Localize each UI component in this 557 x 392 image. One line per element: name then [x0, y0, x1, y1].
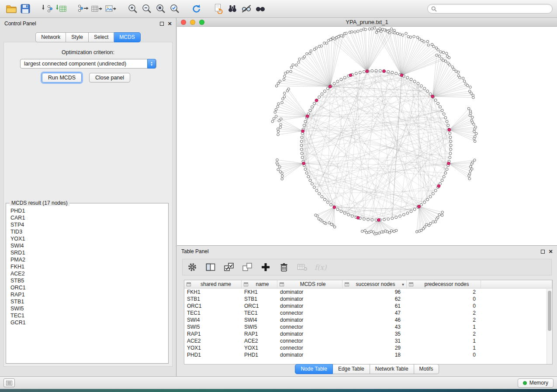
tab-select[interactable]: Select: [89, 32, 114, 42]
column-header-name[interactable]: name: [242, 280, 277, 288]
open-session-button[interactable]: [4, 2, 18, 16]
tab-network[interactable]: Network: [35, 32, 66, 42]
column-header-predecessor-nodes[interactable]: predecessor nodes: [407, 280, 481, 288]
mcds-result-item[interactable]: ORC1: [7, 284, 168, 291]
zoom-out-button[interactable]: [140, 2, 154, 16]
column-header-shared-name[interactable]: shared name: [184, 280, 242, 288]
network-window-titlebar[interactable]: YPA_prune.txt_1: [177, 18, 557, 27]
refresh-view-button[interactable]: [190, 2, 204, 16]
close-panel-icon[interactable]: ×: [168, 21, 172, 26]
node-table: shared name name: [184, 280, 553, 364]
table-cell: ORC1: [184, 303, 242, 309]
table-scrollbar[interactable]: [547, 289, 552, 364]
import-table-button[interactable]: [54, 2, 68, 16]
table-settings-button[interactable]: [186, 261, 198, 273]
network-canvas[interactable]: [177, 27, 557, 245]
table-row[interactable]: ORC1ORC1dominator610: [184, 303, 552, 309]
memory-indicator[interactable]: Memory: [518, 378, 554, 388]
table-scrollbar-thumb[interactable]: [548, 291, 551, 331]
list-icon: [6, 381, 12, 385]
table-row[interactable]: SWI5SWI5connector431: [184, 323, 552, 330]
run-mcds-button[interactable]: Run MCDS: [42, 73, 82, 83]
zoom-selected-button[interactable]: [168, 2, 182, 16]
mcds-result-item[interactable]: STP4: [7, 221, 168, 228]
mcds-result-item[interactable]: PHD1: [7, 207, 168, 214]
float-panel-icon[interactable]: [160, 22, 164, 26]
export-network-icon: [77, 4, 89, 14]
sort-chevron-icon[interactable]: ▾: [402, 282, 404, 287]
tab-node-table[interactable]: Node Table: [295, 364, 333, 374]
tab-mcds[interactable]: MCDS: [114, 32, 140, 42]
show-all-button[interactable]: [253, 2, 267, 16]
search-input[interactable]: [439, 6, 549, 12]
mcds-result-item[interactable]: YOX1: [7, 235, 168, 242]
select-stepper-icon: ▲▼: [147, 59, 156, 69]
table-row[interactable]: YOX1YOX1connector291: [184, 344, 552, 351]
columns-icon: [206, 263, 215, 272]
zoom-fit-button[interactable]: [154, 2, 168, 16]
column-type-icon: [280, 282, 284, 286]
checked-boxes-icon: [224, 262, 234, 272]
mcds-result-item[interactable]: SRD1: [7, 249, 168, 256]
import-table-icon: [55, 4, 67, 14]
mcds-result-item[interactable]: TEC1: [7, 312, 168, 319]
save-session-button[interactable]: [18, 2, 32, 16]
table-cell: STB1: [242, 296, 277, 302]
deselect-all-button[interactable]: [241, 261, 253, 273]
tab-motifs[interactable]: Motifs: [414, 364, 439, 374]
show-columns-button[interactable]: [204, 261, 217, 273]
export-image-button[interactable]: [104, 2, 118, 16]
table-row[interactable]: RAP1RAP1dominator352: [184, 330, 552, 337]
task-history-button[interactable]: [3, 378, 15, 387]
mcds-result-item[interactable]: GCR1: [7, 319, 168, 326]
mcds-result-list[interactable]: PHD1CAR1STP4TID3YOX1SWI4SRD1PMA2FKH1ACE2…: [7, 204, 168, 363]
table-cell: 35: [343, 331, 407, 337]
table-cell: 47: [343, 310, 407, 316]
search-box[interactable]: [427, 4, 553, 14]
mcds-result-item[interactable]: TID3: [7, 228, 168, 235]
table-cell: PHD1: [242, 352, 277, 358]
export-table-button[interactable]: [90, 2, 104, 16]
function-builder-button[interactable]: f(x): [315, 261, 326, 273]
table-row[interactable]: STB1STB1dominator620: [184, 296, 552, 303]
export-network-button[interactable]: [76, 2, 90, 16]
table-row[interactable]: FKH1FKH1dominator962: [184, 289, 552, 296]
mcds-result-item[interactable]: STB1: [7, 298, 168, 305]
table-row[interactable]: PHD1PHD1dominator180: [184, 351, 552, 358]
tab-network-table[interactable]: Network Table: [370, 364, 414, 374]
mcds-result-item[interactable]: PMA2: [7, 256, 168, 263]
criterion-select[interactable]: largest connected component (undirected)…: [20, 59, 156, 69]
column-header-mcds-role[interactable]: MCDS role: [277, 280, 343, 288]
table-cell: dominator: [277, 296, 343, 302]
delete-column-button[interactable]: [278, 261, 290, 273]
clear-table-button[interactable]: [296, 261, 308, 273]
mcds-result-item[interactable]: RAP1: [7, 291, 168, 298]
table-cell: dominator: [277, 289, 343, 295]
table-row[interactable]: ACE2ACE2connector311: [184, 337, 552, 344]
first-neighbors-button[interactable]: [225, 2, 239, 16]
control-panel-tabs: Network Style Select MCDS: [0, 32, 176, 42]
table-row[interactable]: SWI4SWI4dominator462: [184, 316, 552, 323]
column-header-successor-nodes[interactable]: successor nodes ▾: [343, 280, 407, 288]
zoom-in-button[interactable]: [126, 2, 140, 16]
float-table-panel-icon[interactable]: [541, 250, 545, 254]
mcds-result-item[interactable]: STB5: [7, 277, 168, 284]
close-table-panel-icon[interactable]: ×: [549, 249, 553, 254]
import-network-button[interactable]: [40, 2, 54, 16]
mcds-result-item[interactable]: SWI4: [7, 242, 168, 249]
table-cell: 43: [343, 324, 407, 330]
mcds-result-item[interactable]: ACE2: [7, 270, 168, 277]
add-column-button[interactable]: [259, 261, 272, 273]
mcds-result-item[interactable]: FKH1: [7, 263, 168, 270]
table-row[interactable]: TEC1TEC1connector472: [184, 309, 552, 316]
hide-selected-button[interactable]: [239, 2, 253, 16]
mcds-result-item[interactable]: SWI5: [7, 305, 168, 312]
table-cell: connector: [277, 345, 343, 351]
table-cell: 2: [407, 289, 481, 295]
document-share-button[interactable]: [211, 2, 225, 16]
tab-edge-table[interactable]: Edge Table: [333, 364, 370, 374]
mcds-result-item[interactable]: CAR1: [7, 214, 168, 221]
tab-style[interactable]: Style: [66, 32, 89, 42]
select-all-button[interactable]: [223, 261, 235, 273]
close-panel-button[interactable]: Close panel: [89, 73, 130, 83]
